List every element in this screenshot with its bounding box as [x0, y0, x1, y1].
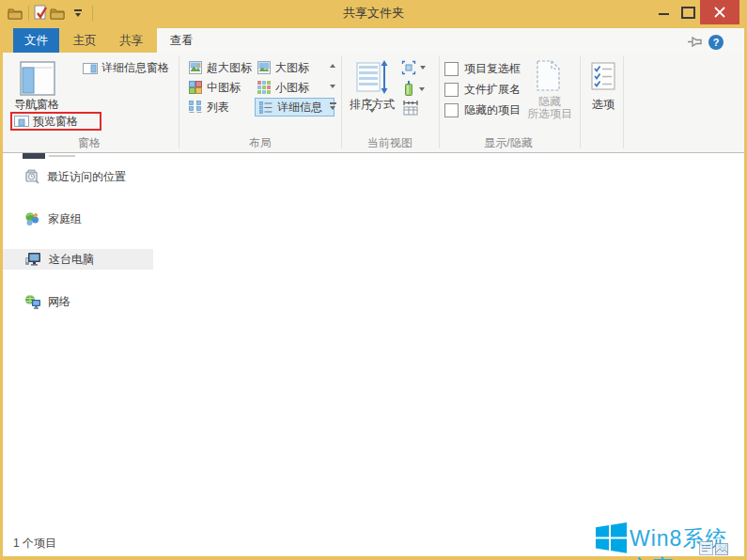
pin-ribbon-icon[interactable]	[687, 36, 703, 48]
maximize-button[interactable]	[679, 0, 696, 24]
layout-xl-icons-button[interactable]: 超大图标	[189, 59, 252, 76]
watermark-artifact-icon	[699, 541, 713, 555]
main-area: 最近访问的位置 家庭组 这台电脑 网络	[0, 153, 747, 531]
navigation-pane-icon	[20, 61, 55, 96]
layout-more-icon[interactable]	[330, 102, 336, 110]
tab-view-active[interactable]: 查看	[157, 28, 206, 53]
preview-pane-icon	[14, 116, 29, 127]
layout-scroll-up-icon[interactable]	[330, 64, 335, 68]
tab-file[interactable]: 文件	[13, 28, 59, 53]
layout-medium-icons-button[interactable]: 中图标	[189, 79, 241, 96]
this-pc-icon	[24, 252, 41, 267]
add-columns-button[interactable]	[402, 81, 425, 97]
help-icon[interactable]: ?	[708, 35, 724, 50]
sidebar-item-this-pc[interactable]: 这台电脑	[0, 249, 153, 270]
layout-large-icons-button[interactable]: 大图标	[257, 59, 309, 76]
current-view-group-label: 当前视图	[350, 135, 429, 148]
show-hide-group-label: 显示/隐藏	[461, 135, 555, 148]
medium-icons-icon	[189, 81, 202, 94]
clipped-item-fragment	[49, 155, 75, 157]
list-view-icon	[189, 101, 202, 114]
window-title: 共享文件夹	[282, 0, 465, 26]
file-extensions-option[interactable]: 文件扩展名	[444, 82, 521, 97]
xl-icons-icon	[189, 61, 202, 74]
layout-details-button-selected[interactable]: 详细信息	[255, 98, 335, 117]
group-divider	[179, 56, 179, 148]
dropdown-arrow-icon	[419, 87, 425, 91]
add-columns-icon	[402, 81, 415, 97]
sort-by-dropdown-icon[interactable]	[369, 109, 375, 113]
qat-separator	[92, 6, 93, 21]
app-folder-icon[interactable]	[8, 7, 23, 20]
minimize-button[interactable]	[656, 0, 673, 24]
options-icon	[591, 62, 615, 90]
windows-logo-icon	[596, 522, 627, 553]
clipped-item-icon	[23, 153, 45, 159]
tab-home[interactable]: 主页	[62, 28, 107, 53]
checkbox-unchecked-icon[interactable]	[444, 62, 459, 76]
item-checkboxes-option[interactable]: 项目复选框	[444, 61, 521, 76]
details-view-icon	[259, 101, 272, 114]
group-divider	[623, 56, 624, 148]
explorer-window: 共享文件夹 文件 主页 共享 查看 ? 导航窗格 预览窗格	[0, 0, 747, 560]
qat-customize-dropdown-icon[interactable]	[74, 9, 82, 17]
sort-by-icon	[356, 59, 389, 95]
hidden-items-option[interactable]: 隐藏的项目	[444, 102, 521, 117]
size-columns-icon	[402, 100, 419, 116]
ribbon-tab-row: 文件 主页 共享 查看 ?	[0, 26, 747, 53]
details-pane-button[interactable]: 详细信息窗格	[83, 60, 169, 76]
ribbon-view-tab-content: 导航窗格 预览窗格 详细信息窗格 窗格 超大图标 大图标 中图标	[0, 53, 747, 153]
watermark-text: Win8系统之家	[630, 524, 747, 560]
options-button[interactable]: 选项	[580, 97, 627, 113]
preview-pane-button[interactable]: 预览窗格	[33, 114, 78, 130]
item-count-label: 1 个项目	[13, 531, 56, 555]
small-icons-icon	[257, 81, 271, 94]
sidebar-item-recent-places[interactable]: 最近访问的位置	[0, 166, 153, 187]
hide-selected-items-icon	[534, 59, 562, 92]
group-divider	[341, 56, 342, 148]
panes-group-label: 窗格	[56, 135, 122, 148]
sidebar-item-network[interactable]: 网络	[0, 291, 153, 312]
group-by-icon	[401, 60, 416, 75]
qat-newfolder-icon[interactable]	[50, 7, 65, 20]
title-bar: 共享文件夹	[0, 0, 747, 26]
qat-separator	[28, 6, 29, 21]
dropdown-arrow-icon	[420, 66, 426, 70]
layout-scroll-down-icon[interactable]	[330, 85, 335, 88]
qat-properties-icon[interactable]	[34, 5, 48, 20]
hide-selected-items-button-line2[interactable]: 所选项目	[522, 106, 577, 122]
close-button[interactable]	[700, 0, 739, 24]
recent-places-icon	[24, 169, 39, 184]
checkbox-unchecked-icon[interactable]	[444, 83, 459, 97]
layout-small-icons-button[interactable]: 小图标	[257, 79, 309, 96]
close-icon	[700, 0, 739, 24]
file-list-area[interactable]	[153, 153, 747, 531]
sidebar-item-homegroup[interactable]: 家庭组	[0, 209, 153, 229]
navigation-pane: 最近访问的位置 家庭组 这台电脑 网络	[0, 153, 153, 531]
window-border-left	[0, 26, 3, 556]
large-icons-icon	[257, 61, 271, 74]
details-pane-icon	[83, 63, 98, 74]
homegroup-icon	[24, 211, 40, 226]
checkbox-unchecked-icon[interactable]	[444, 103, 459, 117]
watermark-artifact-icon	[715, 543, 728, 555]
network-icon	[24, 294, 40, 309]
size-columns-to-fit-button[interactable]	[402, 100, 419, 116]
group-divider	[439, 56, 440, 148]
layout-list-button[interactable]: 列表	[189, 99, 229, 116]
layout-group-label: 布局	[226, 135, 295, 148]
group-by-button[interactable]	[401, 60, 426, 75]
tab-share[interactable]: 共享	[108, 28, 154, 53]
preview-pane-annotation-box: 预览窗格	[10, 112, 101, 131]
navigation-pane-dropdown-icon[interactable]	[33, 107, 39, 111]
